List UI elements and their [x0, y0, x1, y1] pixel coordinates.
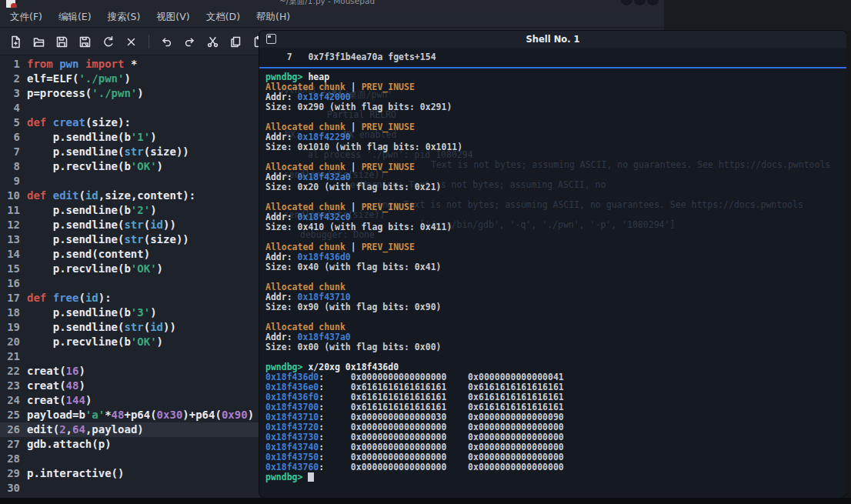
- line-number: 30: [5, 481, 20, 496]
- line-number: 13: [5, 232, 20, 247]
- copy-button[interactable]: [227, 33, 245, 51]
- ghost-text: esWarning: Text is not bytes; assuming A…: [350, 180, 606, 190]
- menu-bar: 文件(F)编辑(E)搜索(S)视图(V)文档(D)帮助(H): [0, 8, 664, 28]
- line-number: 26: [5, 422, 20, 437]
- save-icon: [55, 35, 68, 48]
- minimize-button[interactable]: [621, 0, 632, 5]
- terminal-line: Allocated chunk | PREV_INUSE: [265, 242, 846, 252]
- undo-icon: [160, 35, 173, 48]
- terminal-cursor: [308, 472, 314, 482]
- terminal-line: Allocated chunk: [265, 322, 846, 332]
- line-number: 5: [5, 115, 20, 130]
- maximize-button[interactable]: [634, 0, 646, 5]
- terminal-line: pwndbg>: [265, 472, 846, 482]
- terminal-title: Shell No. 1: [259, 31, 846, 48]
- ghost-text: Partial RELRO: [327, 110, 396, 120]
- line-number: 21: [5, 349, 20, 364]
- line-number: 25: [5, 408, 20, 422]
- terminal-line: Size: 0x40 (with flag bits: 0x41): [265, 262, 846, 272]
- close-icon: [125, 35, 138, 48]
- reload-icon: [102, 35, 115, 48]
- terminal-separator-line: [265, 62, 846, 72]
- undo-button[interactable]: [158, 33, 175, 51]
- line-number: 16: [5, 276, 20, 291]
- save-as-icon: [78, 35, 92, 48]
- line-number: 4: [5, 101, 20, 115]
- terminal-content[interactable]: 7 0x7f3f1b4ea70a fgets+154pwndbg> heapAl…: [259, 48, 846, 498]
- new-file-button[interactable]: [7, 33, 25, 51]
- menu-document[interactable]: 文档(D): [206, 11, 240, 24]
- line-number: 14: [5, 247, 20, 262]
- line-number: 6: [5, 130, 20, 145]
- line-number: 27: [5, 437, 20, 452]
- line-number: 10: [5, 189, 20, 203]
- terminal-line: Allocated chunk: [265, 282, 846, 292]
- copy-icon: [229, 35, 242, 48]
- save-button[interactable]: [53, 33, 71, 51]
- terminal-line: 0x18f43760: 0x0000000000000000 0x0000000…: [265, 462, 846, 472]
- ghost-text: p.sendline(str(size)): [273, 210, 385, 220]
- line-number: 17: [5, 291, 20, 305]
- open-file-button[interactable]: [30, 33, 48, 51]
- open-file-icon: [32, 35, 45, 48]
- redo-icon: [183, 35, 196, 48]
- mousepad-window-title: ~/桌面/1.py - Mousepad: [279, 0, 375, 7]
- menu-search[interactable]: 搜索(S): [108, 11, 141, 24]
- terminal-line: [265, 272, 846, 282]
- line-number: 9: [5, 174, 20, 189]
- line-number: 28: [5, 452, 20, 466]
- ghost-text: ali/桌面/pwn': [327, 90, 392, 100]
- cut-button[interactable]: [204, 33, 222, 51]
- reload-button[interactable]: [99, 33, 117, 51]
- save-as-button[interactable]: [76, 33, 94, 51]
- line-number: 23: [5, 379, 20, 393]
- close-button[interactable]: [647, 0, 659, 5]
- terminal-line: Size: 0x00 (with flag bits: 0x00): [265, 342, 846, 352]
- line-number: 2: [5, 72, 20, 86]
- menu-file[interactable]: 文件(F): [10, 11, 42, 24]
- line-number: 15: [5, 262, 20, 276]
- toolbar-separator: [149, 35, 149, 48]
- terminal-icon: [266, 34, 276, 44]
- line-number: 7: [5, 145, 20, 159]
- line-number: 11: [5, 203, 20, 218]
- menu-help[interactable]: 帮助(H): [256, 11, 290, 24]
- terminal-line: 7 0x7f3f1b4ea70a fgets+154: [265, 52, 846, 62]
- terminal-line: [265, 312, 846, 322]
- ghost-text: ing: Text is not bytes; assuming ASCII, …: [377, 200, 803, 210]
- cut-icon: [206, 35, 219, 48]
- ghost-text: Text is not bytes; assuming ASCII, no gu…: [431, 160, 830, 170]
- line-number: 22: [5, 364, 20, 379]
- ghost-text: debugger: Done: [300, 230, 375, 240]
- line-number: 29: [5, 466, 20, 481]
- line-number: 19: [5, 320, 20, 335]
- terminal-line: Size: 0x90 (with flag bits: 0x90): [265, 302, 846, 312]
- terminal-window: Shell No. 1 7 0x7f3f1b4ea70a fgets+154pw…: [259, 31, 846, 498]
- line-number: 18: [5, 305, 20, 320]
- menu-edit[interactable]: 编辑(E): [58, 11, 92, 24]
- taskbar-strip: [0, 498, 851, 504]
- line-number: 24: [5, 393, 20, 408]
- ghost-text: NX: NX enabled: [285, 130, 396, 140]
- line-number: 3: [5, 86, 20, 101]
- terminal-titlebar[interactable]: Shell No. 1: [259, 31, 846, 48]
- line-number: 8: [5, 159, 20, 174]
- mousepad-titlebar[interactable]: ~/桌面/1.py - Mousepad: [0, 0, 664, 8]
- menu-view[interactable]: 视图(V): [156, 11, 189, 24]
- line-number: 20: [5, 335, 20, 349]
- close-button[interactable]: [122, 33, 140, 51]
- ghost-text: ['/usr/bin/gdb', '-q', './pwn', '-p', '1…: [419, 220, 675, 230]
- redo-button[interactable]: [181, 33, 199, 51]
- line-number: 1: [5, 57, 20, 72]
- desktop-edge: [846, 31, 851, 498]
- line-number: 12: [5, 218, 20, 232]
- new-file-icon: [9, 35, 22, 48]
- desktop: ~/桌面/1.py - Mousepad 文件(F)编辑(E)搜索(S)视图(V…: [0, 0, 851, 504]
